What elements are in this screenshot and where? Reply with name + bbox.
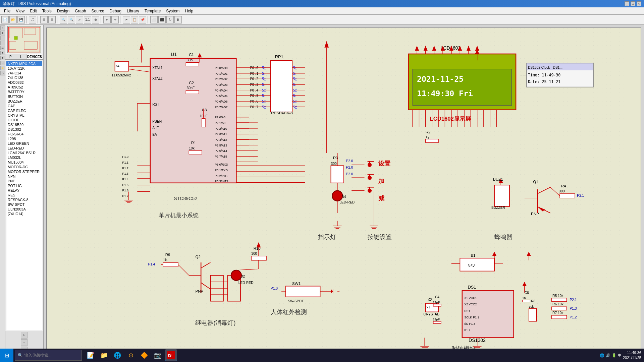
device-item-9[interactable]: CAP	[6, 104, 42, 108]
menu-help[interactable]: Help	[182, 8, 196, 14]
tab-p[interactable]: P	[5, 54, 16, 59]
tab-l[interactable]: L	[16, 54, 27, 59]
device-item-4[interactable]: ADC0832	[6, 80, 42, 85]
device-item-19[interactable]: LGM12641BS1R	[6, 150, 42, 155]
taskbar-isis-icon[interactable]: IS	[165, 349, 177, 361]
svg-rect-79	[271, 60, 292, 112]
minimize-button[interactable]: _	[625, 1, 629, 6]
device-item-20[interactable]: LM032L	[6, 155, 42, 160]
menu-source[interactable]: Source	[89, 8, 107, 14]
redo-button[interactable]: ↪	[111, 16, 119, 23]
menu-file[interactable]: File	[1, 8, 13, 14]
menu-view[interactable]: View	[13, 8, 27, 14]
device-item-11[interactable]: CRYSTAL	[6, 113, 42, 118]
taskbar-files-icon[interactable]: 📁	[98, 349, 110, 361]
bus-tool[interactable]: ═	[0, 46, 5, 50]
device-item-1[interactable]: 10xAT11K	[6, 66, 42, 71]
junction-tool[interactable]: ·	[0, 36, 5, 40]
undo-button[interactable]: ↩	[103, 16, 111, 23]
svg-text:P0.3/AD3: P0.3/AD3	[215, 83, 227, 86]
rotate-cw-tool[interactable]: ↻	[21, 332, 28, 339]
taskbar-note-icon[interactable]: 📝	[85, 349, 97, 361]
device-item-23[interactable]: MOTOR STEPPER	[6, 169, 42, 174]
paste-button[interactable]: 📌	[139, 16, 146, 23]
block-move-button[interactable]: ⬛	[158, 16, 166, 23]
close-button[interactable]: ✕	[637, 1, 641, 6]
new-button[interactable]: 📄	[1, 16, 9, 23]
wire-tool[interactable]: ─	[0, 41, 5, 45]
zoom-fit-button[interactable]: ⤢	[76, 16, 83, 23]
snap-button[interactable]: ⊞	[40, 16, 48, 23]
device-item-0[interactable]: NXER-MPX-2CA	[6, 61, 42, 66]
text-tool[interactable]: T	[0, 56, 5, 60]
menu-tools[interactable]: Tools	[40, 8, 54, 14]
menu-template[interactable]: Template	[142, 8, 164, 14]
device-item-16[interactable]: L298	[6, 136, 42, 141]
menu-edit[interactable]: Edit	[27, 8, 40, 14]
device-item-12[interactable]: DIODE	[6, 118, 42, 122]
device-item-26[interactable]: POT HG	[6, 183, 42, 188]
minimap[interactable]	[7, 26, 41, 53]
device-item-15[interactable]: HC-SR04	[6, 132, 42, 136]
device-list[interactable]: NXER-MPX-2CA 10xAT11K 74HC14 74HC138 ADC…	[6, 61, 42, 330]
block-rotate-button[interactable]: ↻	[166, 16, 174, 23]
schematic-canvas[interactable]: STC89C52 单片机最小系统 U1 XTAL1 XTAL2 RST PSEN…	[46, 27, 641, 351]
zoom-out-button[interactable]: 🔍	[68, 16, 75, 23]
device-item-18[interactable]: LED-RED	[6, 146, 42, 150]
menu-library[interactable]: Library	[124, 8, 142, 14]
device-item-6[interactable]: BATTERY	[6, 89, 42, 94]
save-button[interactable]: 💾	[17, 16, 25, 23]
device-item-13[interactable]: DS18B20	[6, 122, 42, 127]
pointer-tool[interactable]: ↖	[0, 25, 5, 30]
device-item-7[interactable]: BUTTON	[6, 94, 42, 99]
port-tool[interactable]: ▷	[0, 71, 5, 75]
mirror-x-tool[interactable]: ↔	[21, 339, 28, 346]
maximize-button[interactable]: □	[631, 1, 635, 6]
device-item-30[interactable]: SW-SPDT	[6, 202, 42, 207]
bus-entry-tool[interactable]: ⊿	[0, 61, 5, 65]
grid-button[interactable]: ⊞	[48, 16, 56, 23]
device-item-24[interactable]: NPN	[6, 174, 42, 179]
svg-rect-123	[189, 151, 202, 154]
menu-system[interactable]: System	[163, 8, 182, 14]
menu-graph[interactable]: Graph	[72, 8, 89, 14]
device-item-5[interactable]: AT89C52	[6, 85, 42, 89]
device-item-3[interactable]: 74HC138	[6, 75, 42, 80]
zoom-in-button[interactable]: 🔍	[60, 16, 67, 23]
menu-debug[interactable]: Debug	[107, 8, 124, 14]
taskbar-capture-icon[interactable]: 📷	[152, 349, 164, 361]
device-item-32[interactable]: [74HC14]	[6, 212, 42, 216]
device-item-27[interactable]: RELAY	[6, 188, 42, 193]
device-item-8[interactable]: BUZZER	[6, 99, 42, 104]
start-button[interactable]: ⊞	[0, 349, 13, 362]
label-tool[interactable]: A	[0, 51, 5, 55]
device-item-17[interactable]: LED-GREEN	[6, 141, 42, 146]
tab-devices[interactable]: DEVICES	[26, 54, 43, 59]
device-item-2[interactable]: 74HC14	[6, 71, 42, 75]
print-button[interactable]: 🖨	[29, 16, 36, 23]
device-item-28[interactable]: RES	[6, 193, 42, 197]
copy-button[interactable]: 📋	[131, 16, 138, 23]
device-item-31[interactable]: ULN2003A	[6, 207, 42, 212]
device-item-21[interactable]: MU15004	[6, 160, 42, 165]
taskbar-edge-icon[interactable]: 🌐	[111, 349, 123, 361]
device-item-10[interactable]: CAP ELEC	[6, 108, 42, 113]
block-copy-button[interactable]: ⬜	[150, 16, 158, 23]
zoom-100-button[interactable]: 1:1	[84, 16, 91, 23]
device-item-14[interactable]: DS1302	[6, 127, 42, 132]
component-tool[interactable]: ⊕	[0, 31, 5, 35]
cut-button[interactable]: ✂	[123, 16, 130, 23]
device-item-29[interactable]: RESPACK-8	[6, 197, 42, 202]
block-delete-button[interactable]: 🗑	[174, 16, 182, 23]
zoom-custom-button[interactable]: ⊕	[92, 16, 99, 23]
open-button[interactable]: 📂	[9, 16, 17, 23]
canvas-area[interactable]: STC89C52 单片机最小系统 U1 XTAL1 XTAL2 RST PSEN…	[44, 25, 644, 354]
device-item-22[interactable]: MOTOR-DC	[6, 165, 42, 169]
power-tool[interactable]: ⚡	[0, 66, 5, 70]
taskbar-search[interactable]: 🔍 输入你想搜索...	[15, 350, 82, 361]
menu-design[interactable]: Design	[54, 8, 72, 14]
taskbar-office-icon[interactable]: 🔶	[138, 349, 150, 361]
device-item-25[interactable]: PNP	[6, 179, 42, 183]
svg-text:C6: C6	[525, 291, 529, 295]
taskbar-chrome-icon[interactable]: ⊙	[125, 349, 137, 361]
